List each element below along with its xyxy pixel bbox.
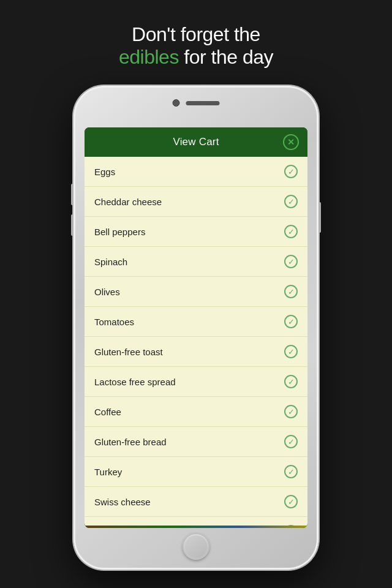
volume-down-button xyxy=(71,214,74,236)
cart-item[interactable]: Turkey✓ xyxy=(85,457,307,487)
phone-mockup: View Cart ✕ Eggs✓Cheddar cheese✓ Bell pe… xyxy=(74,86,318,570)
cart-item-name: Eggs xyxy=(94,167,115,177)
phone-shell: View Cart ✕ Eggs✓Cheddar cheese✓ Bell pe… xyxy=(74,86,318,570)
cart-item-checkbox[interactable]: ✓ xyxy=(284,225,298,238)
cart-item-name: Bell peppers xyxy=(94,227,145,237)
check-icon: ✓ xyxy=(288,287,295,296)
check-icon: ✓ xyxy=(288,167,295,176)
phone-screen: View Cart ✕ Eggs✓Cheddar cheese✓ Bell pe… xyxy=(85,127,307,528)
cart-item-name: Tomatoes xyxy=(94,317,134,327)
cart-item-checkbox[interactable]: ✓ xyxy=(284,525,298,526)
cart-item-name: Swiss cheese xyxy=(94,497,151,507)
check-icon: ✓ xyxy=(288,377,295,386)
check-icon: ✓ xyxy=(288,407,295,417)
cart-item-name: Coffee xyxy=(94,407,121,417)
close-cart-button[interactable]: ✕ xyxy=(283,134,299,150)
check-icon: ✓ xyxy=(288,437,295,447)
cart-item-checkbox[interactable]: ✓ xyxy=(284,465,298,478)
cart-item-name: Lactose free spread xyxy=(94,377,176,387)
check-icon: ✓ xyxy=(288,467,295,477)
cart-item-checkbox[interactable]: ✓ xyxy=(284,285,298,298)
check-icon: ✓ xyxy=(288,197,295,206)
cart-item-name: Olives xyxy=(94,287,120,297)
check-icon: ✓ xyxy=(288,317,295,326)
header-line2-after: for the day xyxy=(179,46,273,68)
cart-item-checkbox[interactable]: ✓ xyxy=(284,165,298,178)
cart-item-name: Spinach xyxy=(94,257,127,267)
check-icon: ✓ xyxy=(288,347,295,356)
cart-item-checkbox[interactable]: ✓ xyxy=(284,255,298,268)
cart-item-checkbox[interactable]: ✓ xyxy=(284,315,298,328)
check-icon: ✓ xyxy=(288,257,295,266)
volume-up-button xyxy=(71,184,74,205)
check-icon: ✓ xyxy=(288,497,295,507)
phone-notch xyxy=(173,99,220,107)
front-camera xyxy=(173,99,180,107)
check-icon: ✓ xyxy=(288,227,295,236)
cart-item[interactable]: Gluten-free toast✓ xyxy=(85,337,307,367)
cart-item[interactable]: Cheddar cheese✓ xyxy=(85,187,307,217)
cart-item-checkbox[interactable]: ✓ xyxy=(284,495,298,508)
cart-item[interactable]: Gluten-free bread✓ xyxy=(85,427,307,457)
cart-title: View Cart xyxy=(173,136,219,148)
cart-item-checkbox[interactable]: ✓ xyxy=(284,345,298,358)
cart-header: View Cart ✕ xyxy=(85,127,307,157)
header-area: Don't forget the edibles for the day xyxy=(0,0,392,87)
speaker-grille xyxy=(186,101,220,105)
cart-item[interactable]: Eggs✓ xyxy=(85,157,307,187)
cart-modal: View Cart ✕ Eggs✓Cheddar cheese✓ Bell pe… xyxy=(85,127,307,528)
cart-item[interactable]: Swiss cheese✓ xyxy=(85,487,307,517)
cart-item-name: Gluten-free bread xyxy=(94,437,167,447)
cart-item-name: Cheddar cheese xyxy=(94,197,162,207)
cart-list: Eggs✓Cheddar cheese✓ Bell peppers✓Spinac… xyxy=(85,157,307,526)
home-button[interactable] xyxy=(183,533,209,560)
cart-item[interactable]: Tomatoes✓ xyxy=(85,307,307,337)
cart-item-checkbox[interactable]: ✓ xyxy=(284,195,298,208)
power-button xyxy=(318,202,321,233)
cart-item[interactable]: Bell peppers✓ xyxy=(85,217,307,247)
cart-item[interactable]: Alfalfa sprouts✓ xyxy=(85,517,307,526)
cart-item-checkbox[interactable]: ✓ xyxy=(284,435,298,448)
close-icon: ✕ xyxy=(287,138,295,146)
header-line1: Don't forget the xyxy=(0,23,392,46)
cart-item-checkbox[interactable]: ✓ xyxy=(284,375,298,388)
cart-item-name: Turkey xyxy=(94,467,122,477)
cart-item[interactable]: Olives✓ xyxy=(85,277,307,307)
cart-item-checkbox[interactable]: ✓ xyxy=(284,405,298,418)
header-highlight: edibles xyxy=(119,46,179,68)
cart-item-name: Gluten-free toast xyxy=(94,347,163,357)
cart-item[interactable]: Lactose free spread✓ xyxy=(85,367,307,397)
cart-item[interactable]: Spinach✓ xyxy=(85,247,307,277)
cart-item[interactable]: Coffee✓ xyxy=(85,397,307,427)
header-line2: edibles for the day xyxy=(0,46,392,69)
